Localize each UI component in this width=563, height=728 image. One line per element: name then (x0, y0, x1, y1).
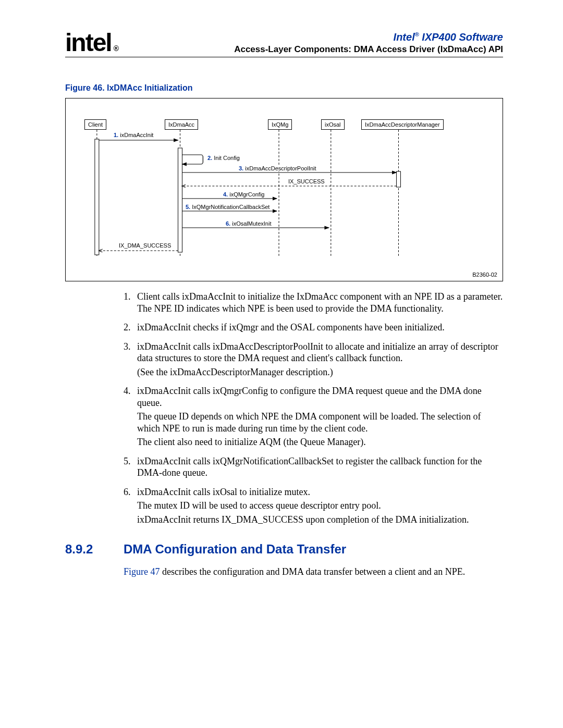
list-item: 5. ixDmaAccInit calls ixQMgrNotification… (124, 455, 503, 481)
figure-link[interactable]: Figure 47 (124, 566, 160, 577)
actor-ixdmaacc: IxDmaAcc (165, 119, 198, 130)
list-marker: 4. (124, 385, 137, 450)
sequence-diagram: Client IxDmaAcc IxQMg ixOsal IxDmaAccDes… (65, 98, 503, 281)
section-heading: 8.9.2 DMA Configuration and Data Transfe… (65, 542, 503, 557)
msg-3: 3. ixDmaAccDescriptorPoolInit (238, 165, 317, 171)
svg-rect-5 (95, 139, 99, 255)
msg-5: 5. IxQMgrNotificationCallbackSet (185, 204, 271, 210)
list-item: 6. ixDmaAccInit calls ixOsal to initiali… (124, 486, 503, 528)
msg-4-num: 4. (223, 191, 228, 198)
list-para: ixDmaAccInit calls ixDmaAccDescriptorPoo… (137, 341, 503, 364)
brand-name: Intel (394, 31, 415, 43)
list-marker: 3. (124, 341, 137, 380)
section-paragraph: Figure 47 describes the configuration an… (124, 566, 503, 578)
list-para: The mutex ID will be used to access queu… (137, 500, 469, 512)
list-marker: 5. (124, 455, 137, 481)
figure-caption: Figure 46. IxDMAcc Initialization (65, 83, 503, 93)
list-item: 3. ixDmaAccInit calls ixDmaAccDescriptor… (124, 341, 503, 380)
msg-1-text: ixDmaAccInit (118, 132, 153, 138)
header-right: Intel® IXP400 Software Access-Layer Comp… (234, 31, 503, 55)
list-para: The client also need to initialize AQM (… (137, 436, 503, 448)
list-para: ixDmaAccInit calls ixQMgrNotificationCal… (137, 455, 503, 479)
section-para-text: describes the configuration and DMA data… (160, 566, 466, 577)
msg-1-num: 1. (114, 132, 118, 138)
msg-3-return: IX_SUCCESS (287, 178, 326, 184)
actor-client: Client (84, 119, 106, 130)
list-text: ixDmaAccInit calls ixQMgrNotificationCal… (137, 455, 503, 481)
header-rule (65, 57, 503, 57)
msg-1: 1. ixDmaAccInit (113, 132, 154, 138)
list-para: ixDmaAccInit returns IX_DMA_SUCCESS upon… (137, 514, 469, 526)
list-para: ixDmaAccInit calls ixOsal to initialize … (137, 486, 469, 498)
header-subtitle: Access-Layer Components: DMA Access Driv… (234, 44, 503, 55)
list-text: ixDmaAccInit checks if ixQmgr and the OS… (137, 322, 445, 336)
logo-reg-mark: ® (114, 44, 118, 53)
msg-2-num: 2. (207, 155, 212, 161)
list-marker: 1. (124, 291, 137, 316)
page: intel® Intel® IXP400 Software Access-Lay… (0, 0, 563, 728)
list-item: 4. ixDmaAccInit calls ixQmgrConfig to co… (124, 385, 503, 450)
list-text: ixDmaAccInit calls ixQmgrConfig to confi… (137, 385, 503, 450)
actor-ixqmg: IxQMg (268, 119, 292, 130)
section-title: DMA Configuration and Data Transfer (124, 542, 346, 557)
msg-6-num: 6. (226, 220, 230, 227)
list-para: The queue ID depends on which NPE the DM… (137, 411, 503, 434)
msg-5-num: 5. (186, 204, 190, 210)
msg-3-num: 3. (239, 165, 243, 171)
msg-4: 4. ixQMgrConfig (222, 191, 265, 198)
msg-final-return: IX_DMA_SUCCESS (118, 242, 172, 249)
list-marker: 6. (124, 486, 137, 528)
list-para: (See the ixDmaAccDescriptorManager descr… (137, 366, 503, 378)
msg-2: 2. Init Config (206, 155, 241, 161)
list-text: Client calls ixDmaAccInit to initialize … (137, 291, 503, 316)
diagram-code: B2360-02 (472, 272, 497, 278)
list-para: Client calls ixDmaAccInit to initialize … (137, 291, 503, 314)
header-brand-line: Intel® IXP400 Software (234, 31, 503, 43)
description-list: 1. Client calls ixDmaAccInit to initiali… (124, 291, 503, 527)
msg-3-text: ixDmaAccDescriptorPoolInit (243, 165, 316, 171)
msg-2-text: Init Config (212, 155, 240, 161)
list-para: ixDmaAccInit calls ixQmgrConfig to confi… (137, 385, 503, 409)
actor-ixosal: ixOsal (321, 119, 345, 130)
svg-rect-6 (178, 148, 182, 252)
svg-rect-7 (396, 171, 400, 187)
list-para: ixDmaAccInit checks if ixQmgr and the OS… (137, 322, 445, 334)
brand-suffix: IXP400 Software (419, 31, 503, 43)
brand-reg-mark: ® (415, 31, 419, 38)
logo-text: intel (65, 29, 112, 56)
page-header: intel® Intel® IXP400 Software Access-Lay… (65, 31, 503, 55)
msg-6-text: ixOsalMutexInit (230, 220, 271, 227)
list-text: ixDmaAccInit calls ixOsal to initialize … (137, 486, 469, 528)
msg-6: 6. ixOsalMutexInit (225, 220, 272, 227)
intel-logo: intel® (65, 31, 118, 54)
msg-4-text: ixQMgrConfig (228, 191, 264, 198)
section-number: 8.9.2 (65, 542, 124, 557)
list-text: ixDmaAccInit calls ixDmaAccDescriptorPoo… (137, 341, 503, 380)
list-item: 2. ixDmaAccInit checks if ixQmgr and the… (124, 322, 503, 336)
list-item: 1. Client calls ixDmaAccInit to initiali… (124, 291, 503, 316)
msg-5-text: IxQMgrNotificationCallbackSet (190, 204, 270, 210)
actor-descmgr: IxDmaAccDescriptorManager (361, 119, 444, 130)
list-marker: 2. (124, 322, 137, 336)
